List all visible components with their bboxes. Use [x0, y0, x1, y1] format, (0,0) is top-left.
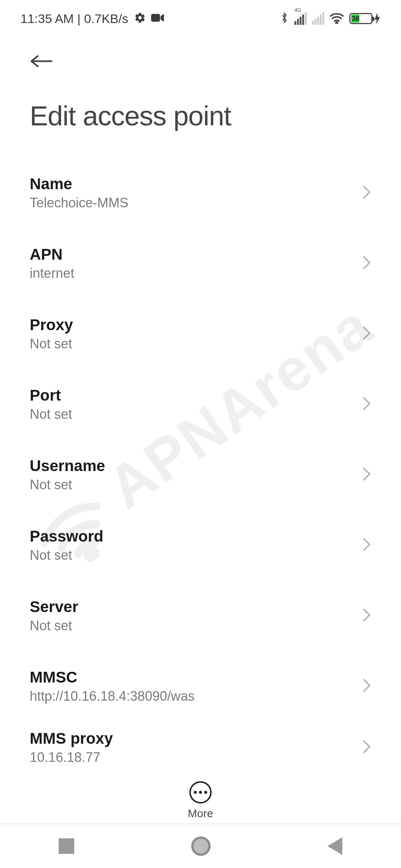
row-label: Name	[30, 175, 128, 193]
nav-back-button[interactable]	[327, 837, 342, 855]
chevron-right-icon	[362, 466, 371, 483]
row-label: Port	[30, 387, 72, 404]
signal-nosim-icon	[312, 12, 324, 25]
row-port[interactable]: Port Not set	[30, 369, 371, 440]
row-label: MMS proxy	[30, 730, 113, 747]
row-value: Telechoice-MMS	[30, 195, 128, 211]
row-label: APN	[30, 246, 74, 263]
back-button[interactable]	[30, 48, 56, 74]
row-mms-proxy[interactable]: MMS proxy 10.16.18.77	[30, 721, 371, 773]
row-value: 10.16.18.77	[30, 750, 113, 765]
chevron-right-icon	[362, 678, 371, 695]
more-button[interactable]: More	[0, 772, 401, 820]
row-mmsc[interactable]: MMSC http://10.16.18.4:38090/was	[30, 651, 371, 721]
page-title: Edit access point	[30, 100, 371, 132]
row-label: Server	[30, 598, 78, 616]
row-label: Username	[30, 457, 105, 475]
row-label: Password	[30, 527, 103, 545]
signal-4g-icon: 4G	[294, 12, 307, 25]
row-proxy[interactable]: Proxy Not set	[30, 299, 371, 369]
nav-recent-button[interactable]	[59, 838, 74, 854]
chevron-right-icon	[362, 537, 371, 554]
chevron-right-icon	[362, 325, 371, 342]
settings-icon	[134, 12, 146, 25]
chevron-right-icon	[362, 255, 371, 272]
row-value: Not set	[30, 407, 72, 422]
row-value: Not set	[30, 618, 78, 634]
row-label: Proxy	[30, 316, 73, 334]
row-label: MMSC	[30, 668, 195, 686]
svg-rect-1	[151, 14, 160, 22]
row-username[interactable]: Username Not set	[30, 440, 371, 510]
row-value: http://10.16.18.4:38090/was	[30, 688, 195, 704]
row-server[interactable]: Server Not set	[30, 581, 371, 651]
chevron-right-icon	[362, 184, 371, 201]
camera-icon	[151, 13, 164, 24]
wifi-icon	[329, 12, 344, 25]
row-apn[interactable]: APN internet	[30, 228, 371, 299]
chevron-right-icon	[362, 396, 371, 413]
chevron-right-icon	[362, 739, 371, 756]
row-name[interactable]: Name Telechoice-MMS	[30, 158, 371, 228]
row-password[interactable]: Password Not set	[30, 510, 371, 581]
row-value: Not set	[30, 477, 105, 493]
apn-settings-list: Name Telechoice-MMS APN internet Proxy N…	[0, 154, 401, 773]
chevron-right-icon	[362, 607, 371, 624]
row-value: internet	[30, 266, 74, 281]
status-bar: 11:35 AM | 0.7KB/s 4G	[0, 0, 401, 30]
more-label: More	[188, 807, 213, 820]
battery-indicator: 38	[349, 13, 381, 24]
nav-home-button[interactable]	[191, 836, 211, 856]
more-icon	[189, 781, 212, 803]
system-nav-bar	[0, 823, 401, 868]
row-value: Not set	[30, 336, 73, 352]
status-time: 11:35 AM | 0.7KB/s	[20, 11, 128, 26]
bluetooth-icon	[280, 11, 289, 26]
row-value: Not set	[30, 548, 103, 563]
svg-point-2	[336, 22, 338, 24]
